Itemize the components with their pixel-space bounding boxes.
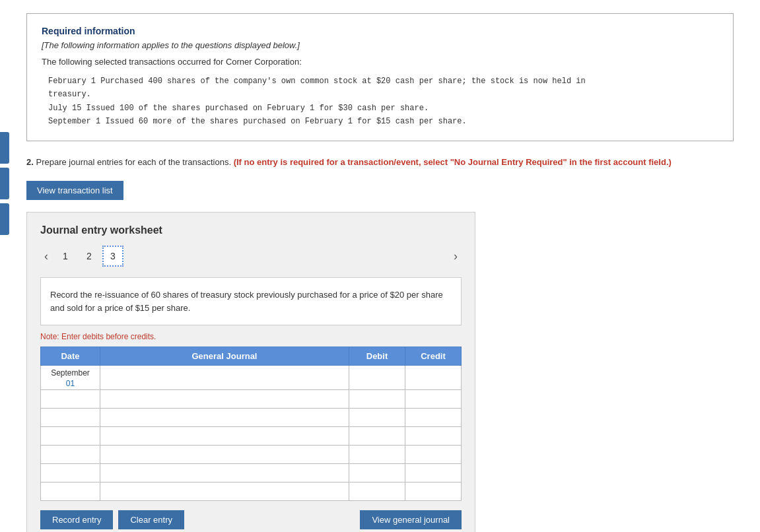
credit-cell-6[interactable]	[405, 463, 462, 482]
worksheet-title: Journal entry worksheet	[40, 224, 462, 236]
debit-cell-1[interactable]	[349, 366, 405, 389]
general-journal-input-1[interactable]	[100, 366, 349, 389]
bottom-buttons: Record entry Clear entry View general jo…	[40, 501, 462, 532]
credit-input-1[interactable]	[405, 366, 461, 389]
general-journal-input-7[interactable]	[100, 482, 349, 500]
general-journal-input-3[interactable]	[100, 409, 349, 426]
credit-input-5[interactable]	[405, 446, 461, 463]
debit-input-1[interactable]	[349, 366, 405, 389]
debit-cell-2[interactable]	[349, 389, 405, 408]
prev-tab-button[interactable]: ‹	[40, 249, 52, 263]
instruction-box: Record the re-issuance of 60 shares of t…	[40, 277, 462, 325]
transaction-line-3: July 15 Issued 100 of the shares purchas…	[48, 102, 718, 115]
transaction-line-4: September 1 Issued 60 more of the shares…	[48, 115, 718, 128]
credit-cell-5[interactable]	[405, 445, 462, 463]
debit-cell-4[interactable]	[349, 426, 405, 445]
table-row	[41, 408, 462, 426]
credit-cell-2[interactable]	[405, 389, 462, 408]
table-row	[41, 426, 462, 445]
general-journal-input-6[interactable]	[100, 464, 349, 482]
table-row	[41, 445, 462, 463]
debit-input-6[interactable]	[349, 464, 405, 482]
debit-input-5[interactable]	[349, 446, 405, 463]
general-journal-cell-6[interactable]	[100, 463, 349, 482]
credit-cell-1[interactable]	[405, 366, 462, 389]
transaction-line-1: February 1 Purchased 400 shares of the c…	[48, 75, 718, 88]
date-month-1: September	[41, 368, 100, 379]
general-journal-cell-3[interactable]	[100, 408, 349, 426]
general-journal-cell-4[interactable]	[100, 426, 349, 445]
info-box: Required information [The following info…	[26, 13, 734, 141]
date-cell-5	[41, 445, 100, 463]
note-text: Note: Enter debits before credits.	[40, 332, 462, 341]
date-cell-2	[41, 389, 100, 408]
instruction-text: Record the re-issuance of 60 shares of t…	[50, 290, 443, 313]
required-info-title: Required information	[42, 26, 718, 36]
italic-note: [The following information applies to th…	[42, 40, 718, 50]
intro-text: The following selected transactions occu…	[42, 57, 718, 67]
credit-input-2[interactable]	[405, 390, 461, 408]
date-cell-1: September 01	[41, 366, 100, 389]
debit-input-3[interactable]	[349, 409, 405, 426]
general-journal-input-2[interactable]	[100, 390, 349, 408]
general-journal-cell-2[interactable]	[100, 389, 349, 408]
tab-2-button[interactable]: 2	[79, 246, 100, 267]
question-number: 2.	[26, 157, 34, 167]
debit-input-7[interactable]	[349, 482, 405, 500]
clear-entry-button[interactable]: Clear entry	[118, 510, 184, 529]
date-day-1: 01	[41, 379, 100, 389]
date-cell-3	[41, 408, 100, 426]
debit-cell-6[interactable]	[349, 463, 405, 482]
debit-cell-7[interactable]	[349, 482, 405, 500]
credit-cell-3[interactable]	[405, 408, 462, 426]
header-date: Date	[41, 347, 100, 366]
record-entry-button[interactable]: Record entry	[40, 510, 113, 529]
credit-input-4[interactable]	[405, 427, 461, 445]
debit-input-2[interactable]	[349, 390, 405, 408]
journal-entry-worksheet: Journal entry worksheet ‹ 1 2 3 › Record…	[26, 212, 475, 532]
view-transaction-list-button[interactable]: View transaction list	[26, 181, 123, 200]
question-note: (If no entry is required for a transacti…	[234, 157, 672, 167]
header-credit: Credit	[405, 347, 462, 366]
table-row	[41, 463, 462, 482]
general-journal-input-5[interactable]	[100, 446, 349, 463]
question-main: Prepare journal entries for each of the …	[36, 157, 231, 167]
tab-navigation: ‹ 1 2 3 ›	[40, 246, 462, 267]
tab-3-button[interactable]: 3	[102, 246, 123, 267]
header-debit: Debit	[349, 347, 405, 366]
journal-table: Date General Journal Debit Credit Septem…	[40, 347, 462, 500]
next-tab-button[interactable]: ›	[450, 249, 462, 263]
date-cell-7	[41, 482, 100, 500]
debit-cell-3[interactable]	[349, 408, 405, 426]
general-journal-input-4[interactable]	[100, 427, 349, 445]
question-section: 2. Prepare journal entries for each of t…	[26, 156, 734, 170]
general-journal-cell-1[interactable]	[100, 366, 349, 389]
header-general-journal: General Journal	[100, 347, 349, 366]
view-general-journal-button[interactable]: View general journal	[360, 510, 462, 529]
debit-input-4[interactable]	[349, 427, 405, 445]
credit-input-6[interactable]	[405, 464, 461, 482]
transaction-line-2: treasury.	[48, 88, 718, 101]
table-row	[41, 482, 462, 500]
credit-input-7[interactable]	[405, 482, 461, 500]
table-row: September 01	[41, 366, 462, 389]
date-cell-6	[41, 463, 100, 482]
credit-cell-4[interactable]	[405, 426, 462, 445]
date-cell-4	[41, 426, 100, 445]
general-journal-cell-5[interactable]	[100, 445, 349, 463]
credit-cell-7[interactable]	[405, 482, 462, 500]
transactions-block: February 1 Purchased 400 shares of the c…	[42, 75, 718, 129]
general-journal-cell-7[interactable]	[100, 482, 349, 500]
credit-input-3[interactable]	[405, 409, 461, 426]
table-row	[41, 389, 462, 408]
debit-cell-5[interactable]	[349, 445, 405, 463]
question-text: 2. Prepare journal entries for each of t…	[26, 156, 734, 170]
tab-1-button[interactable]: 1	[55, 246, 76, 267]
